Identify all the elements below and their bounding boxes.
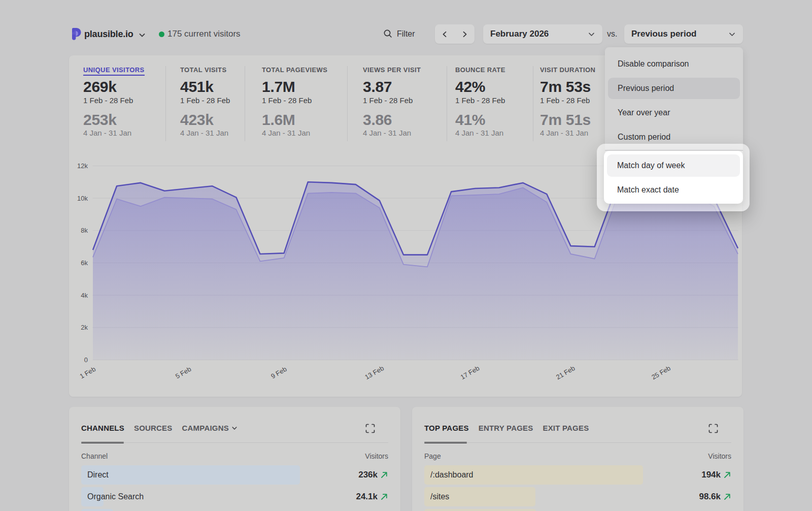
comparison-value: Previous period <box>631 29 696 39</box>
svg-text:5 Feb: 5 Feb <box>174 365 192 380</box>
menu-item-match-day-of-week[interactable]: Match day of week <box>607 154 740 177</box>
table-row[interactable]: Direct 236k <box>81 465 388 485</box>
date-range-value: February 2026 <box>490 29 549 39</box>
current-visitors-label[interactable]: 175 current visitors <box>167 29 241 39</box>
tab-sources[interactable]: SOURCES <box>134 424 173 432</box>
tab-channels[interactable]: CHANNELS <box>81 424 124 432</box>
svg-text:1 Feb: 1 Feb <box>79 365 97 380</box>
plausible-dashboard-page: plausible.io 175 current visitors Filter… <box>0 0 812 511</box>
chevron-down-icon <box>728 30 736 39</box>
trend-up-icon <box>380 493 388 501</box>
svg-text:9 Feb: 9 Feb <box>269 365 288 380</box>
menu-item-disable-comparison[interactable]: Disable comparison <box>608 53 740 75</box>
site-chevron-down-icon[interactable] <box>138 31 146 39</box>
svg-text:17 Feb: 17 Feb <box>459 364 481 381</box>
metric-range: 1 Feb - 28 Feb <box>262 97 312 104</box>
metric-label: TOTAL PAGEVIEWS <box>262 67 327 73</box>
expand-icon[interactable] <box>708 424 718 433</box>
chevron-down-icon <box>231 425 238 432</box>
column-header-visitors: Visitors <box>708 452 731 460</box>
live-visitors-dot <box>159 31 164 37</box>
next-period-arrow-button[interactable] <box>456 25 473 43</box>
tab-campaigns[interactable]: CAMPAIGNS <box>182 424 238 432</box>
date-range-select[interactable]: February 2026 <box>483 24 602 44</box>
menu-item-label: Match exact date <box>617 185 679 195</box>
column-header-name: Page <box>424 452 441 460</box>
metric-range: 1 Feb - 28 Feb <box>363 97 413 104</box>
menu-item-match-exact-date[interactable]: Match exact date <box>607 179 740 201</box>
chevron-down-icon <box>587 30 596 39</box>
svg-text:2k: 2k <box>81 324 88 331</box>
menu-item-label: Match day of week <box>617 161 685 170</box>
tab-top-pages[interactable]: TOP PAGES <box>424 424 469 432</box>
table-row[interactable]: /:dashboard 194k <box>424 465 731 485</box>
filter-button[interactable]: Filter <box>383 29 415 39</box>
metric-prev-value: 423k <box>180 111 214 129</box>
filter-label: Filter <box>397 29 415 39</box>
metric-divider <box>245 66 245 141</box>
metric-prev-range: 4 Jan - 31 Jan <box>363 129 411 137</box>
metric-divider <box>165 66 166 141</box>
metric-value: 269k <box>83 78 117 95</box>
svg-text:25 Feb: 25 Feb <box>650 364 672 381</box>
metric-prev-value: 253k <box>83 111 117 129</box>
plausible-logo-icon <box>72 28 81 40</box>
trend-up-icon <box>380 471 388 479</box>
metric-prev-value: 3.86 <box>363 111 392 129</box>
metric-divider <box>447 66 447 141</box>
channels-card: CHANNELS SOURCES CAMPAIGNS Channel Visit… <box>69 407 400 511</box>
menu-item-label: Year over year <box>618 108 670 117</box>
metric-prev-value: 41% <box>455 111 485 129</box>
comparison-select[interactable]: Previous period <box>624 24 743 44</box>
row-name: Direct <box>87 465 109 485</box>
previous-period-arrow-button[interactable] <box>436 25 454 43</box>
vs-label: vs. <box>607 29 617 39</box>
metric-label: UNIQUE VISITORS <box>83 67 145 76</box>
column-header-name: Channel <box>81 452 108 460</box>
svg-text:10k: 10k <box>77 195 88 202</box>
period-arrows-group <box>435 24 475 44</box>
svg-text:6k: 6k <box>81 259 88 267</box>
menu-item-year-over-year[interactable]: Year over year <box>608 102 740 123</box>
site-name[interactable]: plausible.io <box>84 29 133 40</box>
spotlight-panel: Match day of week Match exact date <box>604 151 743 204</box>
row-value: 236k <box>358 470 378 480</box>
search-icon <box>383 29 393 39</box>
menu-item-previous-period[interactable]: Previous period <box>608 78 740 99</box>
table-row[interactable]: Organic Search 24.1k <box>81 487 388 506</box>
trend-up-icon <box>723 471 731 479</box>
row-bar <box>81 509 113 511</box>
row-name: Organic Search <box>87 487 144 506</box>
menu-item-label: Previous period <box>618 84 674 93</box>
metric-prev-range: 4 Jan - 31 Jan <box>83 129 131 137</box>
svg-text:8k: 8k <box>81 227 88 234</box>
metric-divider <box>533 66 533 141</box>
menu-item-label: Custom period <box>618 133 670 142</box>
table-row-partial <box>424 509 731 511</box>
metric-range: 1 Feb - 28 Feb <box>540 97 590 104</box>
row-bar <box>424 509 536 511</box>
tab-entry-pages[interactable]: ENTRY PAGES <box>479 424 533 432</box>
row-name: /sites <box>430 487 449 506</box>
chevron-right-icon <box>461 30 468 38</box>
metric-prev-range: 4 Jan - 31 Jan <box>180 129 228 137</box>
expand-icon[interactable] <box>365 424 375 433</box>
menu-item-label: Disable comparison <box>618 59 689 69</box>
metric-range: 1 Feb - 28 Feb <box>180 97 230 104</box>
row-bar <box>81 465 300 485</box>
svg-text:21 Feb: 21 Feb <box>555 364 577 381</box>
metric-value: 42% <box>455 78 485 95</box>
metric-value: 1.7M <box>262 78 295 95</box>
svg-text:0: 0 <box>84 356 88 364</box>
metric-prev-range: 4 Jan - 31 Jan <box>540 129 588 137</box>
metric-value: 451k <box>180 78 214 95</box>
metric-value: 3.87 <box>363 78 392 95</box>
metric-label: TOTAL VISITS <box>180 67 226 73</box>
metric-label: BOUNCE RATE <box>455 67 505 73</box>
tab-exit-pages[interactable]: EXIT PAGES <box>543 424 589 432</box>
table-row-partial <box>81 509 388 511</box>
svg-text:4k: 4k <box>81 292 88 299</box>
table-row[interactable]: /sites 98.6k <box>424 487 731 506</box>
metric-prev-range: 4 Jan - 31 Jan <box>262 129 310 137</box>
metric-range: 1 Feb - 28 Feb <box>455 97 505 104</box>
